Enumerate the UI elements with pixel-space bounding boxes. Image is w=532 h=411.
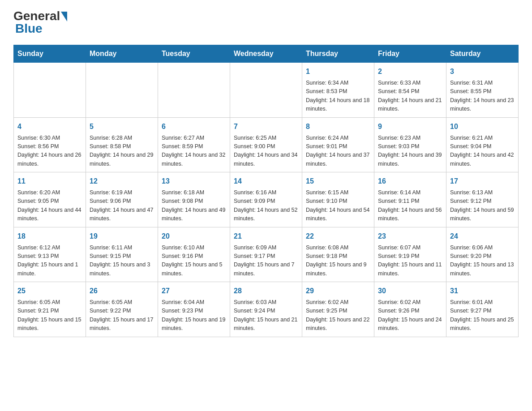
table-row: 29Sunrise: 6:02 AMSunset: 9:25 PMDayligh… bbox=[302, 282, 374, 337]
table-row: 2Sunrise: 6:33 AMSunset: 8:54 PMDaylight… bbox=[374, 63, 446, 118]
day-info: Sunrise: 6:07 AMSunset: 9:19 PMDaylight:… bbox=[378, 244, 442, 278]
day-info: Sunrise: 6:18 AMSunset: 9:08 PMDaylight:… bbox=[162, 188, 226, 223]
day-info: Sunrise: 6:10 AMSunset: 9:16 PMDaylight:… bbox=[162, 244, 226, 278]
logo-blue-text: Blue bbox=[15, 21, 43, 36]
table-row: 28Sunrise: 6:03 AMSunset: 9:24 PMDayligh… bbox=[230, 282, 302, 337]
table-row: 16Sunrise: 6:14 AMSunset: 9:11 PMDayligh… bbox=[374, 172, 446, 227]
day-number: 31 bbox=[450, 286, 515, 296]
day-number: 19 bbox=[90, 231, 154, 242]
table-row: 1Sunrise: 6:34 AMSunset: 8:53 PMDaylight… bbox=[302, 63, 374, 118]
table-row: 19Sunrise: 6:11 AMSunset: 9:15 PMDayligh… bbox=[86, 227, 158, 282]
day-number: 7 bbox=[234, 121, 298, 132]
day-number: 15 bbox=[306, 176, 370, 187]
table-row: 9Sunrise: 6:23 AMSunset: 9:03 PMDaylight… bbox=[374, 117, 446, 172]
table-row: 8Sunrise: 6:24 AMSunset: 9:01 PMDaylight… bbox=[302, 117, 374, 172]
table-row: 13Sunrise: 6:18 AMSunset: 9:08 PMDayligh… bbox=[158, 172, 230, 227]
day-info: Sunrise: 6:25 AMSunset: 9:00 PMDaylight:… bbox=[234, 134, 298, 169]
calendar-week-row: 11Sunrise: 6:20 AMSunset: 9:05 PMDayligh… bbox=[14, 172, 519, 227]
day-number: 6 bbox=[162, 121, 226, 132]
col-friday: Friday bbox=[374, 45, 446, 63]
day-number: 10 bbox=[450, 121, 515, 132]
page-header: General Blue bbox=[13, 9, 519, 36]
day-number: 11 bbox=[17, 176, 82, 187]
day-info: Sunrise: 6:04 AMSunset: 9:23 PMDaylight:… bbox=[162, 298, 226, 333]
table-row: 5Sunrise: 6:28 AMSunset: 8:58 PMDaylight… bbox=[86, 117, 158, 172]
day-number: 20 bbox=[162, 231, 226, 242]
table-row bbox=[14, 63, 86, 118]
day-info: Sunrise: 6:16 AMSunset: 9:09 PMDaylight:… bbox=[234, 188, 298, 223]
table-row: 22Sunrise: 6:08 AMSunset: 9:18 PMDayligh… bbox=[302, 227, 374, 282]
table-row: 15Sunrise: 6:15 AMSunset: 9:10 PMDayligh… bbox=[302, 172, 374, 227]
day-info: Sunrise: 6:08 AMSunset: 9:18 PMDaylight:… bbox=[306, 244, 370, 278]
col-thursday: Thursday bbox=[302, 45, 374, 63]
day-info: Sunrise: 6:12 AMSunset: 9:13 PMDaylight:… bbox=[17, 244, 82, 278]
table-row: 17Sunrise: 6:13 AMSunset: 9:12 PMDayligh… bbox=[446, 172, 519, 227]
day-number: 9 bbox=[378, 121, 442, 132]
table-row bbox=[86, 63, 158, 118]
day-info: Sunrise: 6:09 AMSunset: 9:17 PMDaylight:… bbox=[234, 244, 298, 278]
day-number: 23 bbox=[378, 231, 442, 242]
day-info: Sunrise: 6:30 AMSunset: 8:56 PMDaylight:… bbox=[17, 134, 82, 169]
col-tuesday: Tuesday bbox=[158, 45, 230, 63]
day-info: Sunrise: 6:33 AMSunset: 8:54 PMDaylight:… bbox=[378, 79, 442, 114]
table-row: 6Sunrise: 6:27 AMSunset: 8:59 PMDaylight… bbox=[158, 117, 230, 172]
calendar-table: Sunday Monday Tuesday Wednesday Thursday… bbox=[13, 45, 519, 337]
day-number: 21 bbox=[234, 231, 298, 242]
calendar-week-row: 1Sunrise: 6:34 AMSunset: 8:53 PMDaylight… bbox=[14, 63, 519, 118]
day-info: Sunrise: 6:11 AMSunset: 9:15 PMDaylight:… bbox=[90, 244, 154, 278]
day-number: 16 bbox=[378, 176, 442, 187]
day-info: Sunrise: 6:01 AMSunset: 9:27 PMDaylight:… bbox=[450, 298, 515, 333]
day-number: 13 bbox=[162, 176, 226, 187]
day-info: Sunrise: 6:34 AMSunset: 8:53 PMDaylight:… bbox=[306, 79, 370, 114]
day-info: Sunrise: 6:02 AMSunset: 9:26 PMDaylight:… bbox=[378, 298, 442, 333]
table-row: 12Sunrise: 6:19 AMSunset: 9:06 PMDayligh… bbox=[86, 172, 158, 227]
day-number: 27 bbox=[162, 286, 226, 296]
day-number: 3 bbox=[450, 66, 515, 77]
day-info: Sunrise: 6:13 AMSunset: 9:12 PMDaylight:… bbox=[450, 188, 515, 223]
logo: General Blue bbox=[13, 9, 67, 36]
day-number: 5 bbox=[90, 121, 154, 132]
day-number: 24 bbox=[450, 231, 515, 242]
day-info: Sunrise: 6:15 AMSunset: 9:10 PMDaylight:… bbox=[306, 188, 370, 223]
day-info: Sunrise: 6:20 AMSunset: 9:05 PMDaylight:… bbox=[17, 188, 82, 223]
calendar-header-row: Sunday Monday Tuesday Wednesday Thursday… bbox=[14, 45, 519, 63]
table-row: 31Sunrise: 6:01 AMSunset: 9:27 PMDayligh… bbox=[446, 282, 519, 337]
day-number: 14 bbox=[234, 176, 298, 187]
day-number: 28 bbox=[234, 286, 298, 296]
calendar-week-row: 25Sunrise: 6:05 AMSunset: 9:21 PMDayligh… bbox=[14, 282, 519, 337]
table-row: 24Sunrise: 6:06 AMSunset: 9:20 PMDayligh… bbox=[446, 227, 519, 282]
logo-arrow-icon bbox=[61, 12, 67, 21]
day-info: Sunrise: 6:19 AMSunset: 9:06 PMDaylight:… bbox=[90, 188, 154, 223]
table-row: 14Sunrise: 6:16 AMSunset: 9:09 PMDayligh… bbox=[230, 172, 302, 227]
table-row: 25Sunrise: 6:05 AMSunset: 9:21 PMDayligh… bbox=[14, 282, 86, 337]
table-row bbox=[230, 63, 302, 118]
day-info: Sunrise: 6:23 AMSunset: 9:03 PMDaylight:… bbox=[378, 134, 442, 169]
day-info: Sunrise: 6:24 AMSunset: 9:01 PMDaylight:… bbox=[306, 134, 370, 169]
day-number: 2 bbox=[378, 66, 442, 77]
day-number: 26 bbox=[90, 286, 154, 296]
day-number: 22 bbox=[306, 231, 370, 242]
day-number: 1 bbox=[306, 66, 370, 77]
calendar-week-row: 18Sunrise: 6:12 AMSunset: 9:13 PMDayligh… bbox=[14, 227, 519, 282]
table-row: 21Sunrise: 6:09 AMSunset: 9:17 PMDayligh… bbox=[230, 227, 302, 282]
day-info: Sunrise: 6:03 AMSunset: 9:24 PMDaylight:… bbox=[234, 298, 298, 333]
day-info: Sunrise: 6:14 AMSunset: 9:11 PMDaylight:… bbox=[378, 188, 442, 223]
col-wednesday: Wednesday bbox=[230, 45, 302, 63]
table-row: 3Sunrise: 6:31 AMSunset: 8:55 PMDaylight… bbox=[446, 63, 519, 118]
col-saturday: Saturday bbox=[446, 45, 519, 63]
day-number: 29 bbox=[306, 286, 370, 296]
table-row: 27Sunrise: 6:04 AMSunset: 9:23 PMDayligh… bbox=[158, 282, 230, 337]
table-row bbox=[158, 63, 230, 118]
table-row: 26Sunrise: 6:05 AMSunset: 9:22 PMDayligh… bbox=[86, 282, 158, 337]
table-row: 18Sunrise: 6:12 AMSunset: 9:13 PMDayligh… bbox=[14, 227, 86, 282]
day-info: Sunrise: 6:31 AMSunset: 8:55 PMDaylight:… bbox=[450, 79, 515, 114]
day-info: Sunrise: 6:02 AMSunset: 9:25 PMDaylight:… bbox=[306, 298, 370, 333]
day-info: Sunrise: 6:21 AMSunset: 9:04 PMDaylight:… bbox=[450, 134, 515, 169]
day-info: Sunrise: 6:05 AMSunset: 9:21 PMDaylight:… bbox=[17, 298, 82, 333]
table-row: 20Sunrise: 6:10 AMSunset: 9:16 PMDayligh… bbox=[158, 227, 230, 282]
day-info: Sunrise: 6:28 AMSunset: 8:58 PMDaylight:… bbox=[90, 134, 154, 169]
day-number: 12 bbox=[90, 176, 154, 187]
table-row: 4Sunrise: 6:30 AMSunset: 8:56 PMDaylight… bbox=[14, 117, 86, 172]
day-number: 30 bbox=[378, 286, 442, 296]
table-row: 23Sunrise: 6:07 AMSunset: 9:19 PMDayligh… bbox=[374, 227, 446, 282]
